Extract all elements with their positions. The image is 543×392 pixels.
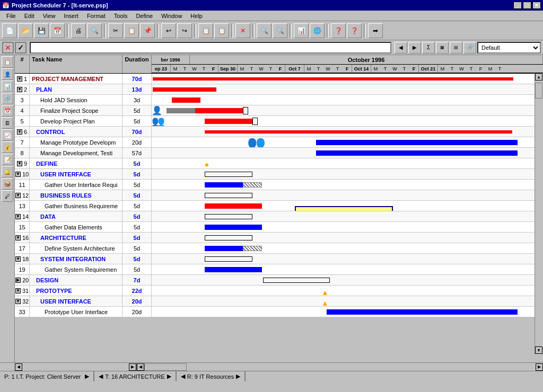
- nav-left-btn[interactable]: ◀: [395, 42, 407, 54]
- hscroll-track[interactable]: [22, 363, 129, 371]
- row-gantt-8: [152, 148, 543, 158]
- calendar-btn[interactable]: 📅: [50, 23, 65, 38]
- view2-btn[interactable]: ▤: [450, 42, 462, 54]
- gantt-hscroll-track[interactable]: [144, 363, 536, 371]
- filter-dropdown[interactable]: Default: [477, 42, 541, 54]
- sep2: [104, 24, 106, 38]
- menu-window[interactable]: Window: [157, 12, 186, 20]
- close-btn[interactable]: ✕: [532, 2, 541, 9]
- resource-btn[interactable]: 📋: [214, 23, 229, 38]
- menu-edit[interactable]: Edit: [20, 12, 39, 20]
- new-btn[interactable]: 📄: [2, 23, 17, 38]
- title-bar: 📅 Project Scheduler 7 - [lt-serve.psp] _…: [0, 0, 543, 11]
- nav-right-btn[interactable]: ▶: [408, 42, 421, 54]
- menu-define[interactable]: Define: [132, 12, 157, 20]
- zoom-out-btn[interactable]: 🔍: [273, 23, 287, 38]
- zoom-in-btn[interactable]: 🔍: [257, 23, 272, 38]
- collapse-btn-18[interactable]: ▼: [15, 256, 21, 262]
- redo-btn[interactable]: ↪: [177, 23, 192, 38]
- hscroll-left[interactable]: ◀: [15, 363, 22, 371]
- hscroll-right[interactable]: ▶: [129, 363, 136, 371]
- collapse-btn-2[interactable]: ▼: [17, 87, 22, 92]
- delete-btn[interactable]: ✕: [235, 23, 250, 38]
- row-num: 19: [15, 264, 30, 274]
- open-btn[interactable]: 📂: [18, 23, 33, 38]
- collapse-btn-6[interactable]: ▼: [17, 129, 22, 135]
- bar-19: [205, 267, 262, 272]
- sidebar-icon-12[interactable]: 🖊: [2, 190, 13, 202]
- sidebar-icon-6[interactable]: 🗓: [2, 117, 13, 129]
- rows-container: ▼1 PROJECT MANAGEMENT 70d ▼2 PLAN 13d: [15, 74, 543, 362]
- sidebar-icon-8[interactable]: 💰: [2, 141, 13, 153]
- collapse-btn-10[interactable]: ▼: [15, 172, 21, 177]
- collapse-btn-9[interactable]: ▼: [17, 161, 22, 166]
- sidebar-icon-1[interactable]: 📋: [2, 56, 13, 68]
- gantt-hscroll-thumb[interactable]: [144, 363, 187, 371]
- collapse-btn-1[interactable]: ▼: [17, 76, 22, 82]
- sidebar-icon-2[interactable]: 👤: [2, 68, 13, 80]
- collapse-btn-20[interactable]: ▶: [15, 278, 21, 283]
- row-dur-5: 5d: [122, 116, 152, 126]
- maximize-btn[interactable]: □: [523, 2, 531, 9]
- sidebar-icon-3[interactable]: 📊: [2, 81, 13, 92]
- menu-help[interactable]: Help: [186, 12, 207, 20]
- task-btn[interactable]: 📋: [198, 23, 213, 38]
- help2-btn[interactable]: ❓: [347, 23, 362, 38]
- collapse-btn-12[interactable]: ▼: [15, 193, 21, 198]
- gantt-container: # Task Name Duration ber 1996 October 19…: [15, 55, 543, 362]
- copy-btn[interactable]: 📋: [124, 23, 139, 38]
- status-task-nav-l[interactable]: ◀: [99, 373, 103, 380]
- week-sep30: Sep 30: [218, 65, 238, 73]
- paste-btn[interactable]: 📌: [140, 23, 155, 38]
- gantt-hscroll-left[interactable]: ◀: [137, 363, 144, 371]
- cancel-btn[interactable]: ✕: [2, 42, 14, 54]
- status-project-nav[interactable]: ▶: [85, 373, 89, 380]
- cut-btn[interactable]: ✂: [108, 23, 123, 38]
- gantt-hscroll-right[interactable]: ▶: [536, 363, 543, 371]
- row-task-4: Finalize Project Scope: [30, 105, 122, 115]
- confirm-btn[interactable]: ✓: [15, 42, 27, 54]
- formula-input[interactable]: [30, 42, 391, 54]
- print-btn[interactable]: 🖨: [71, 23, 86, 38]
- collapse-btn-14[interactable]: ▼: [15, 214, 21, 219]
- bar-16: [205, 235, 252, 240]
- menu-view[interactable]: View: [39, 12, 60, 20]
- save-btn[interactable]: 💾: [34, 23, 49, 38]
- bar-13: [205, 203, 262, 209]
- row-gantt-13: Business Rules Must Be Approved By All D…: [152, 201, 543, 211]
- sidebar-icon-4[interactable]: 🔗: [2, 93, 13, 104]
- status-task-nav-r[interactable]: ▶: [167, 373, 171, 380]
- scroll-thumb[interactable]: [535, 83, 542, 99]
- arrow-btn[interactable]: ➡: [368, 23, 383, 38]
- menu-file[interactable]: File: [2, 12, 20, 20]
- collapse-btn-16[interactable]: ▼: [15, 235, 21, 240]
- week-oct21: Oct 21: [419, 65, 438, 73]
- vscrollbar[interactable]: ▲ ▼: [535, 73, 543, 354]
- sidebar-icon-11[interactable]: 📦: [2, 178, 13, 190]
- help-btn[interactable]: ❓: [331, 23, 346, 38]
- minimize-btn[interactable]: _: [513, 2, 522, 9]
- globe-btn[interactable]: 🌐: [310, 23, 325, 38]
- row-num: 4: [15, 105, 30, 115]
- undo-btn[interactable]: ↩: [161, 23, 176, 38]
- collapse-btn-31[interactable]: ▼: [15, 288, 21, 293]
- collapse-btn-32[interactable]: ▼: [15, 299, 21, 304]
- menu-format[interactable]: Format: [83, 12, 110, 20]
- scroll-down[interactable]: ▼: [535, 346, 542, 354]
- preview-btn[interactable]: 🔍: [87, 23, 102, 38]
- status-res-nav-l[interactable]: ◀: [181, 373, 185, 380]
- chart-btn[interactable]: 📊: [294, 23, 309, 38]
- day-m4: M: [371, 65, 381, 73]
- sidebar-icon-9[interactable]: 📝: [2, 154, 13, 165]
- sidebar-icon-5[interactable]: 📅: [2, 105, 13, 117]
- menu-tools[interactable]: Tools: [110, 12, 132, 20]
- menu-insert[interactable]: Insert: [59, 12, 83, 20]
- sigma-btn[interactable]: Σ: [422, 42, 435, 54]
- sidebar-icon-10[interactable]: 🔔: [2, 166, 13, 177]
- status-res-nav-r[interactable]: ▶: [236, 373, 240, 380]
- link-btn[interactable]: 🔗: [463, 42, 476, 54]
- scroll-up[interactable]: ▲: [535, 73, 542, 81]
- bar-11a: [205, 182, 243, 188]
- sidebar-icon-7[interactable]: 📈: [2, 129, 13, 141]
- view1-btn[interactable]: ▦: [436, 42, 449, 54]
